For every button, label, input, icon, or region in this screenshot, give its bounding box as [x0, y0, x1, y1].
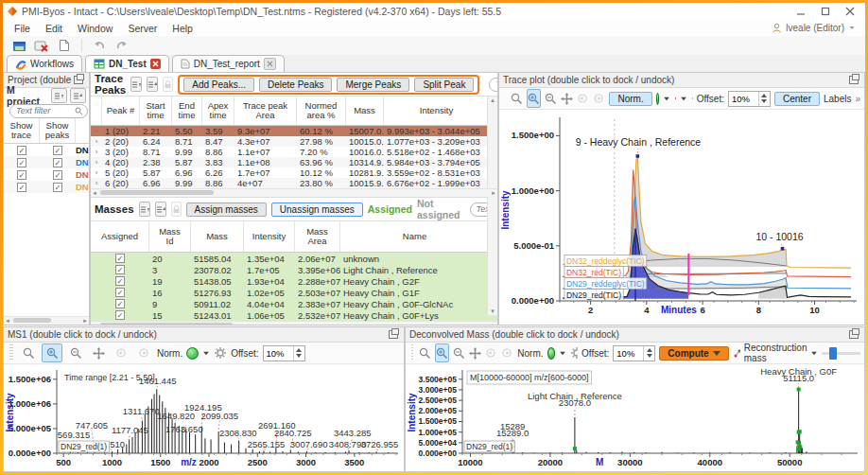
compute-button[interactable]: Compute	[659, 346, 728, 361]
tab-close-icon[interactable]	[264, 58, 276, 70]
open-project-icon-button[interactable]	[10, 38, 27, 53]
offset-stepper[interactable]	[263, 345, 305, 361]
vertical-scrollbar[interactable]: ▾	[487, 218, 497, 315]
assigned-checkbox[interactable]	[115, 299, 125, 308]
trace-peak-row[interactable]: ›4 (20)2.385.873.831.1e+0863.96 %10314.9…	[91, 157, 497, 167]
add-peaks-button[interactable]: Add Peaks...	[183, 78, 254, 92]
reconstruction-mass-dropdown[interactable]: Reconstruction mass	[744, 343, 807, 363]
mass-row[interactable]: 1651276.931.02e+052.503e+07Heavy Chain ,…	[91, 287, 497, 298]
minimize-button[interactable]	[795, 6, 807, 17]
trace-peak-row[interactable]: ›6 (20)6.969.998.864e+0723.80 %10015.9..…	[91, 178, 497, 188]
normalize-button[interactable]: Norm.	[609, 92, 651, 106]
project-row[interactable]: DN32_reddeglyc	[4, 181, 89, 193]
sort-columns-icon-button[interactable]	[147, 77, 158, 92]
gear-icon[interactable]	[570, 346, 578, 360]
locked-icon-button[interactable]	[171, 202, 182, 217]
sort-rows-icon-button[interactable]	[130, 77, 142, 92]
assigned-checkbox[interactable]	[115, 265, 125, 274]
row-expander-icon[interactable]: ›	[91, 158, 102, 167]
menu-window[interactable]: Window	[70, 23, 120, 34]
mass-range-slider[interactable]	[822, 352, 860, 355]
tab-dn-test[interactable]: DN_Test	[85, 55, 169, 72]
trace-color-icon[interactable]	[186, 347, 199, 360]
zoom-previous-button[interactable]	[112, 344, 130, 361]
trace-peak-row[interactable]: ›5 (20)5.876.966.261.7e+0710.12 %10281.9…	[91, 167, 497, 178]
unassign-masses-button[interactable]: Unassign masses	[271, 202, 363, 217]
menu-file[interactable]: File	[7, 23, 38, 34]
project-filter-input[interactable]	[14, 105, 75, 116]
merge-peaks-button[interactable]: Merge Peaks	[337, 78, 409, 92]
show-peaks-checkbox[interactable]	[53, 158, 62, 167]
trace-plot-canvas[interactable]: 2468100.000e+005.000e-011.000e+001.500e+…	[499, 110, 864, 325]
sort-rows-icon-button[interactable]	[139, 202, 150, 217]
slider-thumb[interactable]	[829, 347, 837, 360]
zoom-out-button[interactable]	[453, 344, 465, 361]
zoom-previous-button[interactable]	[485, 344, 497, 361]
row-expander-icon[interactable]: ›	[91, 148, 102, 156]
sort-columns-icon-button[interactable]	[70, 88, 86, 103]
sort-rows-icon-button[interactable]	[51, 88, 67, 103]
deconvolved-header[interactable]: Deconvolved Mass (double click to dock /…	[406, 327, 864, 343]
show-peaks-checkbox[interactable]	[53, 146, 62, 155]
chevron-down-icon[interactable]	[203, 351, 209, 355]
dock-icon[interactable]	[74, 76, 83, 84]
row-expander-icon[interactable]: ›	[91, 168, 102, 177]
column-header[interactable]: Intensity	[244, 221, 295, 252]
zoom-out-button[interactable]	[545, 90, 557, 107]
gear-icon[interactable]	[691, 92, 693, 105]
show-peaks-checkbox[interactable]	[53, 183, 62, 192]
center-button[interactable]: Center	[774, 92, 820, 106]
assigned-checkbox[interactable]	[115, 288, 125, 297]
zoom-reset-button[interactable]	[419, 344, 431, 361]
maximize-button[interactable]	[820, 6, 831, 17]
zoom-reset-button[interactable]	[19, 344, 38, 361]
column-header[interactable]: Peak #	[102, 97, 140, 125]
dock-icon[interactable]	[849, 76, 859, 84]
column-header[interactable]: Mass Id	[149, 221, 191, 252]
sort-columns-icon-button[interactable]	[155, 202, 166, 217]
dock-icon[interactable]	[389, 330, 398, 339]
normalize-button[interactable]: Norm.	[157, 348, 182, 359]
column-header[interactable]: Intensity	[384, 97, 490, 125]
user-badge[interactable]: lveale (Editor)	[772, 23, 856, 33]
menu-server[interactable]: Server	[120, 23, 165, 34]
locked-icon-button[interactable]	[163, 77, 173, 92]
deconvolved-plot-canvas[interactable]: 10000200003000040000500000.000e+005.000e…	[406, 364, 864, 472]
ms1-plot-canvas[interactable]: 5001000150020002500300035000.000e+005.00…	[4, 364, 404, 472]
close-project-icon-button[interactable]	[33, 38, 50, 53]
dock-icon[interactable]	[849, 330, 859, 339]
offset-value-input[interactable]	[614, 346, 643, 361]
mass-row[interactable]: 950911.024.04e+042.383e+07Heavy Chain , …	[91, 298, 497, 309]
pan-button[interactable]	[561, 90, 573, 107]
assigned-checkbox[interactable]	[115, 254, 125, 263]
column-header[interactable]: Normed area %	[297, 97, 346, 125]
column-header[interactable]: Mass Area	[295, 221, 340, 252]
assigned-checkbox[interactable]	[115, 276, 125, 286]
offset-stepper[interactable]	[613, 345, 655, 361]
zoom-in-button[interactable]	[435, 343, 449, 362]
close-button[interactable]	[844, 6, 856, 17]
offset-value-input[interactable]	[729, 92, 758, 106]
line-style-icon[interactable]	[674, 94, 676, 103]
show-trace-checkbox[interactable]	[17, 146, 26, 155]
row-expander-icon[interactable]: ›	[91, 127, 102, 135]
show-peaks-checkbox[interactable]	[53, 170, 62, 180]
zoom-next-button[interactable]	[134, 344, 153, 361]
tab-close-icon[interactable]	[150, 59, 161, 69]
trace-peak-row[interactable]: ›3 (20)8.719.998.861.1e+077.20 %10016.0.…	[91, 147, 497, 157]
row-expander-icon[interactable]: ›	[91, 179, 102, 187]
reconstruction-icon[interactable]	[733, 347, 740, 359]
horizontal-scrollbar[interactable]: ◂▸	[91, 321, 497, 325]
trace-peak-row[interactable]: ›1 (20)2.215.503.599.3e+0760.12 %15007.0…	[91, 126, 497, 136]
split-peak-button[interactable]: Split Peak	[414, 78, 474, 92]
mass-row[interactable]: 2051585.041.35e+042.06e+07unknown	[91, 253, 497, 264]
column-header[interactable]: End time	[172, 97, 202, 125]
assign-masses-button[interactable]: Assign masses	[186, 202, 267, 217]
project-row[interactable]: DN29_red	[4, 144, 89, 156]
gear-icon[interactable]	[214, 346, 227, 360]
chevron-down-icon[interactable]	[560, 351, 565, 355]
not-assigned-toggle[interactable]: Not assigned	[417, 198, 460, 220]
horizontal-scrollbar[interactable]: ◂▸	[4, 316, 89, 325]
labels-button[interactable]: Labels	[824, 94, 851, 104]
assigned-checkbox[interactable]	[115, 310, 125, 320]
